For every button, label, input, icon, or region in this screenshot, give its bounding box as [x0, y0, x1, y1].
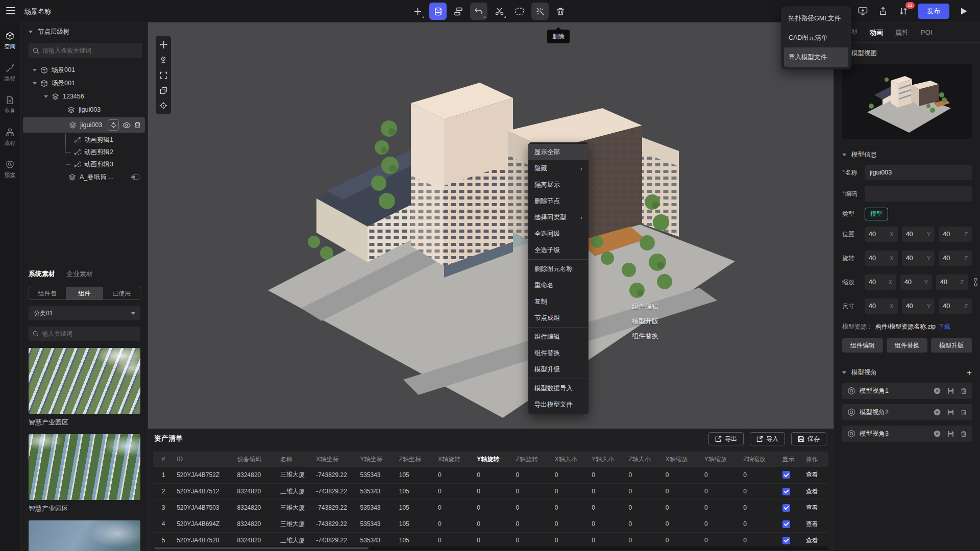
material-card[interactable]: 智慧产业园区 [29, 348, 140, 427]
tree-node-model[interactable]: A_卷纸筒 ... [20, 170, 148, 184]
menu-item-cad-list[interactable]: CAD图元清单 [784, 28, 848, 47]
context-menu-item[interactable]: 模型数据导入 [528, 380, 589, 396]
play-view-icon[interactable] [934, 430, 941, 437]
context-menu-item[interactable]: 删除图元名称 [528, 261, 589, 277]
visibility-checkbox[interactable] [782, 504, 790, 512]
model-info-section-header[interactable]: 模型信息 [842, 144, 972, 165]
view-detail-link[interactable]: 查看 [806, 504, 818, 511]
size-z-input[interactable]: 40Z [939, 298, 972, 314]
tab-system-materials[interactable]: 系统素材 [29, 269, 55, 279]
visibility-checkbox[interactable] [782, 471, 790, 479]
tree-node-scene[interactable]: 场景001 [20, 77, 148, 90]
save-view-icon[interactable] [947, 409, 954, 416]
component-replace-button[interactable]: 组件替换 [887, 338, 927, 353]
publish-button[interactable]: 发布 [918, 4, 949, 19]
name-input[interactable] [865, 165, 972, 180]
model-view-item[interactable]: 模型视角3 [842, 425, 972, 442]
overlay-model-upgrade[interactable]: 模型升版 [632, 317, 658, 326]
rotation-z-input[interactable]: 40Z [939, 251, 972, 266]
view-detail-link[interactable]: 查看 [806, 520, 818, 528]
delete-view-icon[interactable] [961, 431, 967, 437]
tab-properties[interactable]: 属性 [895, 28, 909, 37]
context-menu-item[interactable]: 全选同级 [528, 226, 589, 242]
sync-transfer-icon[interactable]: 11 [897, 5, 910, 17]
scale-x-input[interactable]: 40X [865, 274, 896, 290]
tree-node-clip[interactable]: 动画剪辑2 [66, 146, 148, 158]
expand-arrow-icon[interactable] [33, 69, 37, 71]
expand-arrow-icon[interactable] [44, 95, 48, 98]
position-y-input[interactable]: 40Y [902, 227, 935, 242]
share-export-icon[interactable] [877, 5, 889, 17]
material-search-input[interactable] [42, 330, 136, 337]
tree-node-model-selected[interactable]: jigui003 [23, 117, 145, 133]
tab-animation[interactable]: 动画 [870, 28, 883, 37]
menu-item-import-model[interactable]: 导入模型文件 [784, 47, 848, 67]
tab-enterprise-materials[interactable]: 企业素材 [66, 269, 93, 279]
context-menu-item[interactable]: 组件替换 [528, 345, 589, 361]
camera-focus-icon[interactable] [157, 54, 169, 66]
visibility-eye-icon[interactable] [122, 122, 131, 129]
visibility-checkbox[interactable] [782, 520, 790, 528]
model-upgrade-button[interactable]: 模型升版 [931, 338, 972, 353]
tree-node-group[interactable]: 123456 [20, 90, 148, 103]
download-link[interactable]: 下载 [938, 322, 950, 331]
locate-node-button[interactable] [108, 119, 119, 131]
import-button[interactable]: 导入 [750, 432, 785, 445]
nav-item-space[interactable]: 空间 [5, 32, 16, 51]
material-search[interactable] [29, 327, 140, 341]
tree-node-scene[interactable]: 场景001 [20, 63, 148, 77]
add-button[interactable] [409, 3, 426, 20]
scrollbar-thumb[interactable] [154, 547, 369, 549]
category-select[interactable]: 分类01 [29, 306, 140, 320]
nav-item-plan[interactable]: 预案 [5, 160, 16, 179]
segment-used[interactable]: 已使用 [103, 287, 140, 299]
model-view-item[interactable]: 模型视角1 [842, 383, 972, 399]
tab-poi[interactable]: POI [921, 29, 932, 36]
save-button[interactable]: 保存 [791, 432, 826, 445]
context-menu-item[interactable]: 重命名 [528, 277, 589, 293]
view-detail-link[interactable]: 查看 [806, 488, 818, 495]
delete-view-icon[interactable] [961, 409, 967, 416]
delete-node-icon[interactable] [134, 121, 141, 129]
nav-item-flow[interactable]: 流程 [5, 128, 16, 147]
nav-item-business[interactable]: 业务 [5, 96, 16, 115]
menu-item-gml[interactable]: 拓扑路径GML文件 [784, 9, 848, 28]
viewport-3d[interactable]: 组件编辑 模型升版 组件替换 显示全部隐藏›隔离展示删除节点选择同类型›全选同级… [148, 22, 834, 429]
context-menu-item[interactable]: 删除节点 [528, 193, 589, 209]
rotation-y-input[interactable]: 40Y [902, 251, 935, 266]
play-view-icon[interactable] [934, 409, 941, 416]
size-y-input[interactable]: 40Y [902, 298, 935, 314]
view-detail-link[interactable]: 查看 [806, 471, 818, 478]
model-views-section-header[interactable]: 模型视角 + [834, 362, 980, 383]
tree-search-input[interactable] [42, 47, 138, 54]
context-menu-item[interactable]: 选择同类型› [528, 209, 589, 226]
context-menu-item[interactable]: 显示全部 [528, 144, 589, 160]
size-x-input[interactable]: 40X [865, 298, 898, 314]
context-menu-item[interactable]: 隔离展示 [528, 177, 589, 193]
context-menu-item[interactable]: 模型升级 [528, 361, 589, 378]
overlay-component-edit[interactable]: 组件编辑 [632, 302, 658, 311]
nav-item-path[interactable]: 路径 [5, 64, 16, 83]
expand-arrow-icon[interactable] [33, 82, 37, 85]
add-view-button[interactable]: + [967, 368, 972, 377]
context-menu-item[interactable]: 隐藏› [528, 160, 589, 177]
save-view-icon[interactable] [947, 431, 954, 437]
scale-y-input[interactable]: 40Y [900, 274, 932, 290]
locate-target-icon[interactable] [157, 99, 169, 112]
scale-z-input[interactable]: 40Z [936, 274, 968, 290]
component-edit-button[interactable]: 组件编辑 [842, 338, 883, 353]
database-button[interactable] [429, 3, 447, 20]
save-view-icon[interactable] [947, 388, 954, 394]
tree-node-clip[interactable]: 动画剪辑3 [66, 158, 148, 170]
magic-wand-button[interactable] [531, 3, 549, 20]
position-x-input[interactable]: 40X [865, 227, 898, 242]
segment-component-pack[interactable]: 组件包 [29, 287, 66, 299]
hamburger-menu-icon[interactable] [6, 7, 16, 16]
material-card[interactable]: 智慧产业园区 [29, 434, 140, 513]
marquee-select-button[interactable] [511, 3, 528, 20]
fullscreen-icon[interactable] [157, 69, 169, 81]
cut-button[interactable] [491, 3, 508, 20]
overlay-component-replace[interactable]: 组件替换 [632, 332, 658, 341]
context-menu-item[interactable]: 全选子级 [528, 242, 589, 258]
screen-download-icon[interactable] [856, 5, 869, 17]
